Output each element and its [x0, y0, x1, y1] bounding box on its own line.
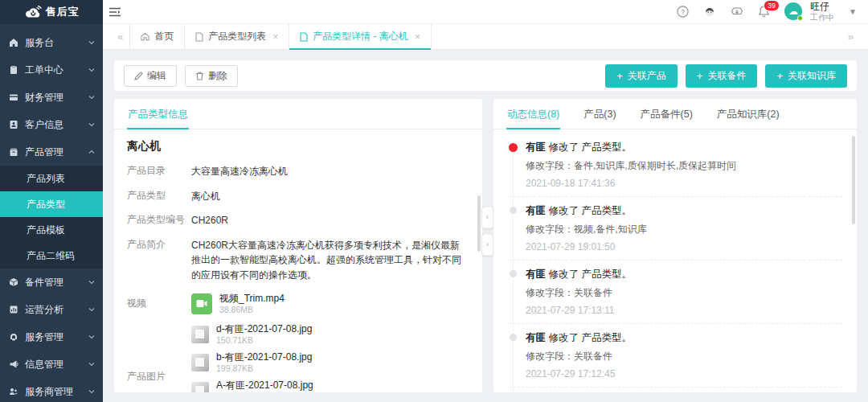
link-knowledge-button[interactable]: +关联知识库 [765, 64, 847, 88]
support-agent-icon[interactable] [703, 6, 716, 18]
tab-activity[interactable]: 动态信息(8) [506, 99, 560, 129]
user-status: 工作中 [810, 13, 834, 23]
edit-button[interactable]: 编辑 [124, 65, 177, 87]
content-area: 编辑 删除 +关联产品 +关联备件 +关联知识库 产品类型信息 [103, 50, 868, 402]
download-center-icon[interactable] [731, 6, 743, 18]
notifications-bell[interactable]: 39 [758, 5, 770, 18]
app-logo[interactable]: 售后宝 [0, 0, 103, 24]
sidebar-item-work-orders[interactable]: 工单中心 [0, 56, 103, 84]
video-file[interactable]: 视频_Trim.mp4 38.86MB [191, 293, 285, 315]
plus-icon: + [697, 71, 703, 81]
sidebar: 售后宝 服务台 工单中心 财务管理 客户信息 [0, 0, 103, 402]
file-size: 199.87KB [216, 363, 312, 374]
sidebar-subitem-product-qrcode[interactable]: 产品二维码 [0, 243, 103, 269]
tab-products[interactable]: 产品(3) [583, 99, 616, 129]
product-info-body: 离心机 产品目录 大容量高速冷冻离心机 产品类型 离心机 产品类型编号 CH26… [114, 129, 482, 392]
close-icon[interactable]: × [272, 31, 278, 43]
chart-icon [8, 305, 18, 315]
chevron-down-icon [88, 94, 95, 100]
field-label: 视频 [127, 293, 191, 315]
file-size: 38.86MB [219, 305, 285, 315]
sidebar-item-service-mgmt[interactable]: 服务管理 [0, 323, 103, 351]
field-value: 大容量高速冷冻离心机 [191, 164, 469, 179]
tabs-scroll-left-icon[interactable]: « [111, 24, 129, 49]
field-value: CH260R [191, 213, 469, 228]
sidebar-item-label: 工单中心 [25, 64, 63, 77]
collapse-right-icon[interactable]: › [481, 233, 493, 256]
image-thumbnail [191, 326, 209, 343]
sidebar-subitem-product-list[interactable]: 产品列表 [0, 166, 103, 191]
sidebar-item-analytics[interactable]: 运营分析 [0, 296, 103, 323]
chevron-down-icon [88, 306, 95, 313]
timeline-dot [510, 207, 517, 214]
activity-card: 动态信息(8) 产品(3) 产品备件(5) 产品知识库(2) 有匪 修改了 产品… [493, 99, 857, 392]
sidebar-item-service-desk[interactable]: 服务台 [0, 29, 103, 56]
tab-label: 产品类型列表 [208, 30, 266, 43]
tab-product-type-list[interactable]: 产品类型列表 × [185, 24, 289, 49]
timeline-timestamp: 2021-07-29 17:13:11 [526, 305, 842, 316]
tab-spare-parts[interactable]: 产品备件(5) [640, 99, 694, 129]
document-icon [300, 32, 308, 42]
sidebar-item-label: 产品管理 [25, 146, 63, 159]
tab-home[interactable]: 首页 [129, 24, 185, 49]
sidebar-item-info-mgmt[interactable]: 信息管理 [0, 351, 103, 378]
close-icon[interactable]: × [415, 31, 420, 43]
link-spare-parts-button[interactable]: +关联备件 [686, 64, 758, 88]
house-icon [8, 38, 18, 48]
sub-item-label: 产品模板 [27, 224, 65, 237]
collapse-left-icon[interactable]: ‹ [481, 206, 493, 228]
activity-timeline: 有匪 修改了 产品类型。 修改字段：备件,知识库,质保期时长,质保起算时间 20… [493, 129, 857, 392]
field-row-catalog: 产品目录 大容量高速冷冻离心机 [127, 164, 469, 179]
document-icon [195, 32, 203, 42]
sidebar-item-vendor-mgmt[interactable]: 服务商管理 [0, 378, 103, 402]
left-panel-scrollbar[interactable] [477, 195, 481, 252]
avatar[interactable]: ☁ [784, 2, 802, 20]
help-icon[interactable]: ? [677, 6, 689, 18]
clipboard-icon [8, 65, 18, 76]
timeline-dot [510, 334, 517, 341]
sidebar-item-label: 财务管理 [25, 91, 63, 105]
plus-icon: + [616, 71, 623, 81]
topbar-actions: ? 39 ☁ 旺仔 工作中 ▼ [677, 2, 857, 22]
user-menu-caret-icon[interactable]: ▼ [849, 7, 857, 16]
tab-product-type-info[interactable]: 产品类型信息 [127, 99, 189, 129]
products-submenu: 产品列表 产品类型 产品模板 产品二维码 [0, 166, 103, 269]
edit-icon [134, 72, 143, 80]
plus-icon: + [776, 71, 783, 81]
right-panel-scrollbar[interactable] [852, 136, 855, 224]
image-file[interactable]: A-有匪-2021-07-08.jpg153.42KB [191, 379, 313, 392]
sidebar-subitem-product-template[interactable]: 产品模板 [0, 217, 103, 243]
menu-fold-icon[interactable] [109, 7, 121, 17]
right-card-tabs: 动态信息(8) 产品(3) 产品备件(5) 产品知识库(2) [493, 99, 857, 129]
online-status-dot [797, 15, 803, 21]
timeline-fields: 修改字段：关联备件 [526, 350, 842, 363]
video-icon [191, 293, 212, 314]
timeline-fields: 修改字段：备件,知识库,质保期时长,质保起算时间 [526, 159, 842, 173]
timeline-user: 有匪 [526, 142, 546, 153]
sidebar-item-spare-parts[interactable]: 备件管理 [0, 269, 103, 296]
image-file[interactable]: d-有匪-2021-07-08.jpg150.71KB [191, 323, 313, 346]
product-info-card: 产品类型信息 离心机 产品目录 大容量高速冷冻离心机 产品类型 离心机 [114, 99, 482, 392]
timeline-action: 修改了 产品类型。 [548, 205, 631, 216]
video-group: 视频 视频_Trim.mp4 38.86MB [127, 293, 469, 315]
sidebar-subitem-product-type[interactable]: 产品类型 [0, 191, 103, 217]
tab-knowledge[interactable]: 产品知识库(2) [716, 99, 780, 129]
delete-button[interactable]: 删除 [185, 65, 238, 87]
link-product-button[interactable]: +关联产品 [605, 64, 678, 88]
tab-label: 产品类型详情 - 离心机 [313, 30, 408, 43]
sidebar-item-products[interactable]: 产品管理 [0, 138, 103, 166]
image-file[interactable]: b-有匪-2021-07-08.jpg199.87KB [191, 351, 313, 374]
user-block[interactable]: 旺仔 工作中 [810, 2, 834, 22]
tabs-scroll-right-icon[interactable]: » [841, 24, 860, 49]
panel-divider: ‹ › [481, 206, 493, 256]
image-thumbnail [191, 354, 209, 371]
timeline-user: 有匪 [526, 332, 546, 343]
sidebar-item-customers[interactable]: 客户信息 [0, 111, 103, 138]
file-size: 150.71KB [216, 335, 312, 346]
megaphone-icon [8, 359, 18, 370]
tab-product-type-detail[interactable]: 产品类型详情 - 离心机 × [289, 24, 432, 49]
sidebar-item-finance[interactable]: 财务管理 [0, 84, 103, 111]
sidebar-item-label: 信息管理 [25, 358, 63, 371]
sub-item-label: 产品列表 [27, 172, 65, 186]
timeline-timestamp: 2021-09-18 17:41:36 [526, 178, 842, 189]
